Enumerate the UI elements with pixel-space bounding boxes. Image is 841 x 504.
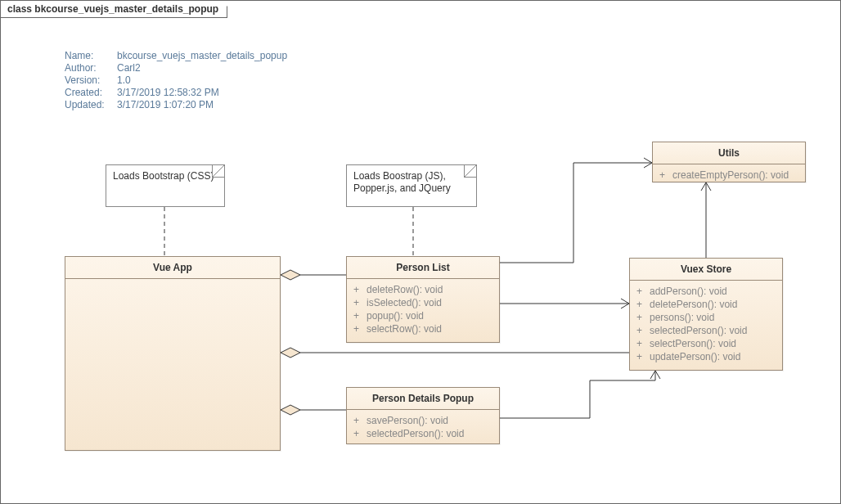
op-text: deletePerson(): void [650, 299, 737, 310]
class-utils-title: Utils [653, 142, 805, 164]
op-text: deleteRow(): void [367, 284, 443, 295]
op-text: selectedPerson(): void [650, 325, 747, 336]
class-vue-app[interactable]: Vue App [65, 256, 281, 451]
svg-marker-2 [281, 270, 300, 280]
meta-author-label: Author: [65, 62, 117, 74]
meta-name-value: bkcourse_vuejs_master_details_popup [117, 50, 287, 61]
op-text: selectPerson(): void [650, 338, 736, 349]
meta-name-label: Name: [65, 50, 117, 61]
svg-marker-4 [281, 348, 300, 358]
op-text: savePerson(): void [367, 415, 448, 426]
diagram-canvas: class bkcourse_vuejs_master_details_popu… [0, 0, 841, 504]
meta-version-value: 1.0 [117, 74, 131, 86]
class-vuex-store[interactable]: Vuex Store +addPerson(): void +deletePer… [629, 258, 783, 371]
meta-created-label: Created: [65, 87, 117, 98]
meta-author-value: Carl2 [117, 62, 141, 74]
op-text: addPerson(): void [650, 286, 727, 297]
meta-created-value: 3/17/2019 12:58:32 PM [117, 87, 219, 98]
meta-updated-value: 3/17/2019 1:07:20 PM [117, 99, 214, 110]
op-text: selectRow(): void [367, 323, 442, 335]
class-vuex-store-title: Vuex Store [630, 259, 782, 281]
op-text: popup(): void [367, 310, 424, 322]
class-person-details-title: Person Details Popup [347, 388, 499, 410]
class-person-list-title: Person List [347, 257, 499, 279]
class-person-list[interactable]: Person List +deleteRow(): void +isSelect… [346, 256, 500, 343]
svg-marker-6 [281, 405, 300, 415]
frame-title-text: class bkcourse_vuejs_master_details_popu… [7, 3, 218, 15]
class-vue-app-title: Vue App [65, 257, 280, 279]
metadata-block: Name:bkcourse_vuejs_master_details_popup… [65, 50, 287, 111]
note-vueapp-text: Loads Bootstrap (CSS) [113, 170, 214, 182]
op-text: persons(): void [650, 312, 714, 323]
meta-updated-label: Updated: [65, 99, 117, 110]
class-person-details-popup[interactable]: Person Details Popup +savePerson(): void… [346, 387, 500, 444]
op-text: selectedPerson(): void [367, 428, 464, 439]
op-text: createEmptyPerson(): void [672, 169, 789, 181]
note-personlist-text: Loads Boostrap (JS), Popper.js, and JQue… [353, 170, 451, 194]
op-text: updatePerson(): void [650, 351, 740, 362]
op-text: isSelected(): void [367, 297, 442, 308]
frame-title: class bkcourse_vuejs_master_details_popu… [1, 1, 227, 18]
meta-version-label: Version: [65, 74, 117, 86]
class-utils[interactable]: Utils +createEmptyPerson(): void [652, 142, 806, 182]
note-vueapp[interactable]: Loads Bootstrap (CSS) [106, 164, 225, 207]
note-personlist[interactable]: Loads Boostrap (JS), Popper.js, and JQue… [346, 164, 477, 207]
